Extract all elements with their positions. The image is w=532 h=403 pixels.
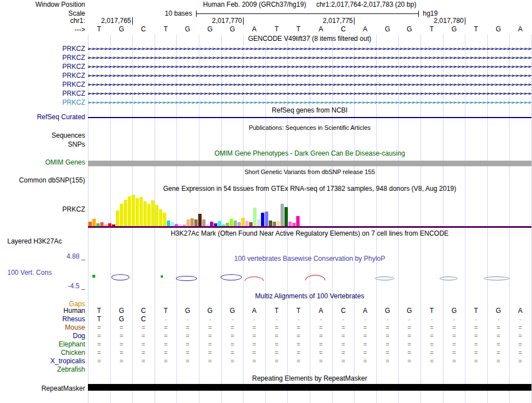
gene-strand-arrows[interactable]: >>>>>>>>>>>>>>>>>>>>>>>>>>>>>>>>>>>>>>>>…	[88, 45, 531, 53]
multiz-species-label[interactable]: Human	[0, 307, 85, 315]
multiz-species-label[interactable]: Rhesus	[0, 316, 85, 323]
alignment-cell: =	[176, 341, 199, 348]
alignment-cell: =	[199, 341, 221, 348]
gtex-expression-bar	[116, 210, 119, 226]
ruler-tick	[243, 17, 244, 25]
alignment-cell: =	[110, 341, 133, 348]
multiz-species-label[interactable]: Chicken	[0, 349, 85, 357]
alignment-cell: -	[465, 316, 487, 323]
alignment-cell: =	[132, 349, 155, 357]
alignment-cell: -	[398, 316, 421, 323]
h3k27ac-label[interactable]: Layered H3K27Ac	[0, 238, 92, 245]
alignment-cell: =	[221, 358, 244, 365]
alignment-cell: =	[376, 324, 399, 331]
refseq-curated-label[interactable]: RefSeq Curated	[0, 114, 85, 121]
gtex-expression-bar	[155, 205, 158, 226]
gene-strand-arrows[interactable]: >>>>>>>>>>>>>>>>>>>>>>>>>>>>>>>>>>>>>>>>…	[88, 81, 531, 88]
gene-label[interactable]: PRKCZ	[0, 54, 85, 62]
gtex-expression-bar	[159, 209, 162, 226]
alignment-cell: =	[88, 341, 110, 348]
phylop-mark[interactable]	[111, 274, 129, 280]
refseq-curated-item[interactable]	[88, 117, 531, 118]
alignment-cell: G	[221, 307, 244, 315]
alignment-cell: =	[287, 332, 310, 340]
phylop-mark[interactable]	[484, 277, 510, 280]
sequences-label[interactable]: Sequences	[0, 132, 85, 139]
gene-strand-arrows[interactable]: >>>>>>>>>>>>>>>>>>>>>>>>>>>>>>>>>>>>>>>>…	[88, 63, 531, 71]
alignment-cell: =	[354, 349, 376, 357]
dbsnp-label[interactable]: Common dbSNP(155)	[0, 177, 85, 184]
repeatmasker-item[interactable]	[88, 384, 531, 391]
alignment-cell: =	[376, 358, 399, 365]
phylop-mark[interactable]	[92, 275, 95, 278]
alignment-cell: =	[487, 324, 510, 331]
ruler-coordinate: 2,017,765	[82, 17, 131, 25]
snps-label[interactable]: SNPs	[0, 141, 85, 148]
multiz-species-label[interactable]: Elephant	[0, 341, 85, 348]
alignment-cell: =	[421, 341, 443, 348]
gene-label[interactable]: PRKCZ	[0, 72, 85, 79]
gene-strand-arrows[interactable]: >>>>>>>>>>>>>>>>>>>>>>>>>>>>>>>>>>>>>>>>…	[88, 54, 531, 62]
multiz-species-label[interactable]: Mouse	[0, 324, 85, 331]
ruler-base: G	[199, 26, 221, 33]
gtex-baseline	[88, 226, 531, 228]
gene-label[interactable]: PRKCZ	[0, 81, 85, 88]
gtex-expression-bar	[284, 207, 288, 226]
alignment-cell: =	[487, 332, 510, 340]
alignment-cell: =	[332, 358, 354, 365]
gene-strand-arrows[interactable]: >>>>>>>>>>>>>>>>>>>>>>>>>>>>>>>>>>>>>>>>…	[88, 99, 531, 106]
phylop-mark[interactable]	[161, 275, 163, 278]
alignment-cell: =	[421, 332, 443, 340]
multiz-species-label[interactable]: Dog	[0, 332, 85, 340]
phylop-mark[interactable]	[375, 277, 394, 280]
alignment-cell: G	[443, 307, 465, 315]
gtex-expression-bar	[277, 221, 280, 226]
omim-genes-item[interactable]	[88, 161, 531, 166]
alignment-cell: =	[332, 349, 354, 357]
phylop-mark[interactable]	[221, 274, 242, 280]
gene-strand-arrows[interactable]: >>>>>>>>>>>>>>>>>>>>>>>>>>>>>>>>>>>>>>>>…	[88, 72, 531, 79]
alignment-cell: -	[265, 316, 288, 323]
alignment-cell: =	[310, 358, 332, 365]
phylop-mark[interactable]	[440, 277, 458, 280]
gtex-expression-bar	[139, 197, 143, 226]
ruler-base: C	[132, 26, 155, 33]
repeatmasker-label[interactable]: RepeatMasker	[0, 385, 85, 392]
gtex-expression-bar	[281, 204, 284, 226]
gtex-expression-bar	[202, 219, 206, 226]
alignment-cell: =	[332, 332, 354, 340]
phylop-mark[interactable]	[176, 276, 197, 281]
alignment-cell: T	[88, 316, 110, 323]
ruler-base: T	[465, 26, 487, 33]
ruler-tick	[132, 17, 133, 25]
multiz-species-label[interactable]: Zebrafish	[0, 366, 85, 373]
gtex-expression-bar	[194, 219, 198, 226]
gene-label[interactable]: PRKCZ	[0, 45, 85, 53]
scale-bar-right-tick	[418, 11, 419, 17]
gtex-expression-bar	[124, 200, 127, 226]
ruler-base: T	[287, 26, 310, 33]
gtex-expression-bar	[245, 221, 249, 226]
gtex-gene-label[interactable]: PRKCZ	[0, 206, 85, 213]
multiz-track-title: Multiz Alignments of 100 Vertebrates	[88, 293, 531, 300]
phylop-track-title: 100 vertebrates Basewise Conservation by…	[88, 255, 531, 263]
phylop-track-label[interactable]: 100 Vert. Cons	[0, 269, 92, 277]
gene-label[interactable]: PRKCZ	[0, 99, 85, 106]
alignment-cell: =	[265, 358, 288, 365]
alignment-cell: =	[443, 341, 465, 348]
gene-strand-arrows[interactable]: >>>>>>>>>>>>>>>>>>>>>>>>>>>>>>>>>>>>>>>>…	[88, 90, 531, 97]
alignment-cell: =	[487, 341, 510, 348]
alignment-cell: A	[310, 307, 332, 315]
ruler-base: A	[310, 26, 332, 33]
alignment-cell: C	[132, 316, 155, 323]
alignment-cell: G	[398, 307, 421, 315]
omim-genes-label[interactable]: OMIM Genes	[0, 159, 85, 166]
gene-label[interactable]: PRKCZ	[0, 90, 85, 97]
gene-label[interactable]: PRKCZ	[0, 63, 85, 71]
publications-track-title: Publications: Sequences in Scientific Ar…	[88, 124, 531, 132]
multiz-species-label[interactable]: X_tropicalis	[0, 358, 85, 365]
gtex-expression-bar	[143, 202, 147, 226]
gtex-track-item[interactable]	[88, 194, 531, 226]
gtex-expression-bar	[288, 222, 292, 226]
alignment-cell: =	[199, 332, 221, 340]
